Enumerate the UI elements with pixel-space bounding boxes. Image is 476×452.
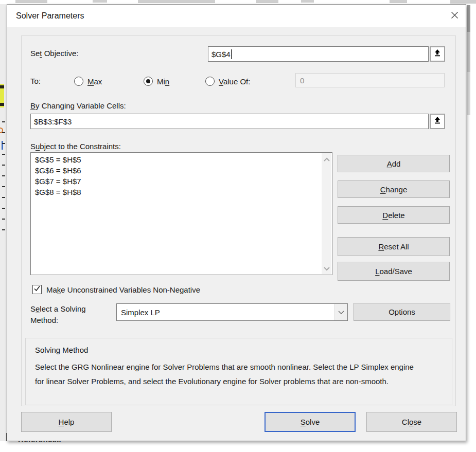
constraint-item[interactable]: $G$5 = $H$5: [31, 154, 321, 165]
toolbar-fragment: [450, 0, 476, 4]
radio-max-circle[interactable]: [74, 77, 83, 86]
check-icon: [33, 285, 41, 294]
add-button[interactable]: Add: [338, 155, 450, 172]
toolbar-fragment: [15, 0, 47, 3]
chevron-up-icon: [323, 155, 330, 164]
help-button[interactable]: Help: [21, 412, 112, 432]
radio-max-label[interactable]: Max: [87, 77, 102, 86]
radio-value-of-circle[interactable]: [205, 77, 215, 86]
objective-label: Set Objective:: [30, 49, 78, 58]
toolbar-fragment: [256, 0, 278, 3]
close-button[interactable]: Close: [366, 412, 457, 432]
text-caret: [231, 49, 232, 59]
constraint-item[interactable]: $G$6 = $H$6: [31, 165, 321, 176]
objective-value: $G$4: [211, 50, 231, 59]
solving-method-dropdown[interactable]: Simplex LP: [116, 303, 348, 321]
value-of-input: 0: [295, 73, 445, 87]
info-description-line1: Select the GRG Nonlinear engine for Solv…: [35, 360, 447, 374]
dialog-titlebar[interactable]: Solver Parameters: [7, 5, 466, 27]
excel-scrollbar-fragment: [467, 32, 470, 72]
excel-scrollbar-fragment: [467, 5, 470, 32]
chevron-down-icon: [338, 308, 344, 317]
radio-max[interactable]: Max: [74, 76, 102, 86]
reset-all-button[interactable]: Reset All: [338, 237, 450, 256]
delete-button[interactable]: Delete: [338, 206, 450, 224]
solving-method-label-line2: Method:: [30, 316, 58, 324]
objective-range-picker-button[interactable]: [430, 46, 445, 62]
constraints-label: Subject to the Constraints:: [30, 142, 121, 151]
toolbar-fragment: [390, 0, 407, 3]
constraints-listbox[interactable]: $G$5 = $H$5 $G$6 = $H$6 $G$7 = $H$7 $G$8…: [30, 152, 332, 275]
info-description-line2: for linear Solver Problems, and select t…: [35, 374, 447, 389]
radio-value-of[interactable]: Value Of:: [205, 76, 250, 86]
radio-min[interactable]: Min: [144, 76, 169, 86]
solving-method-info-box: Solving Method Select the GRG Nonlinear …: [25, 338, 452, 405]
solving-method-selected-value: Simplex LP: [117, 308, 334, 317]
dropdown-button[interactable]: [334, 304, 347, 320]
solving-method-info-description: Select the GRG Nonlinear engine for Solv…: [35, 360, 447, 389]
variable-cells-input[interactable]: $B$3:$F$3: [30, 114, 429, 129]
radio-min-label[interactable]: Min: [157, 77, 169, 86]
to-label: To:: [30, 77, 41, 85]
variable-cells-label: By Changing Variable Cells:: [30, 101, 126, 110]
non-negative-checkbox[interactable]: [32, 285, 42, 294]
toolbar-fragment: [138, 0, 215, 3]
toolbar-fragment: [93, 0, 107, 3]
constraint-item[interactable]: $G$8 = $H$8: [31, 187, 321, 197]
worksheet-yellow-cell-fragment: [0, 84, 4, 107]
excel-scrollbar-fragment: [467, 72, 470, 115]
solving-method-label-line1: Select a Solving: [30, 304, 86, 313]
load-save-button[interactable]: Load/Save: [338, 262, 450, 281]
change-button[interactable]: Change: [338, 180, 450, 198]
dialog-title: Solver Parameters: [16, 5, 84, 27]
options-button[interactable]: Options: [354, 303, 450, 321]
toolbar-fragment: [301, 0, 314, 3]
solving-method-info-title: Solving Method: [35, 346, 88, 354]
solver-parameters-dialog: Solver Parameters Set Objective: $G$4 To…: [7, 4, 466, 441]
constraints-scrollbar[interactable]: [322, 153, 331, 274]
objective-input[interactable]: $G$4: [208, 46, 429, 62]
constraint-item[interactable]: $G$7 = $H$7: [31, 176, 321, 187]
variable-cells-value: $B$3:$F$3: [34, 117, 72, 126]
chevron-down-icon: [323, 264, 330, 273]
close-icon: [451, 11, 459, 21]
variable-cells-range-picker-button[interactable]: [430, 114, 445, 129]
range-picker-icon: [433, 116, 442, 126]
radio-min-circle[interactable]: [144, 77, 153, 86]
scroll-up-button[interactable]: [322, 154, 331, 164]
radio-value-of-label[interactable]: Value Of:: [219, 77, 250, 86]
titlebar-close-button[interactable]: [446, 8, 463, 24]
solve-button[interactable]: Solve: [265, 412, 356, 432]
range-picker-icon: [433, 49, 442, 59]
scroll-down-button[interactable]: [322, 263, 331, 273]
non-negative-label[interactable]: Make Unconstrained Variables Non-Negativ…: [46, 285, 200, 294]
worksheet-row-ticks: [2, 121, 5, 232]
